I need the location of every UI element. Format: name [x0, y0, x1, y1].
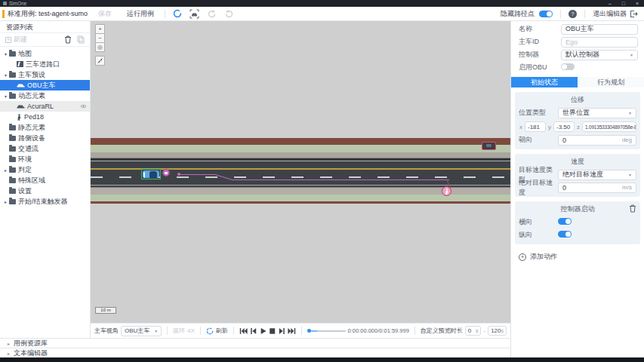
step-forward-button[interactable]	[279, 327, 286, 336]
tree-item-ped18[interactable]: Ped18	[0, 112, 90, 122]
exit-icon[interactable]	[630, 10, 638, 18]
sidebar-title: 资源列表	[0, 21, 90, 33]
divider	[165, 10, 165, 18]
longitudinal-toggle[interactable]	[558, 231, 572, 238]
ego-id-input[interactable]: Ego	[561, 37, 638, 48]
focus-button[interactable]: ◎	[95, 42, 105, 52]
obu-waypoint-marker[interactable]	[162, 169, 170, 176]
tree-item-environment[interactable]: 环境	[0, 154, 90, 164]
abs-target-speed-input[interactable]: 0m/s	[558, 183, 636, 193]
tree-item-map-road[interactable]: 三车道路口	[0, 59, 90, 69]
measure-tool-button[interactable]	[95, 56, 105, 66]
tree-item-acurarl[interactable]: AcuraRL	[0, 101, 90, 112]
folder-icon	[9, 136, 16, 141]
tree-item-settings[interactable]: 设置	[0, 186, 90, 196]
resource-sidebar: 资源列表 + 新建 ▾地图 三车道路口 ▾主车预设 OBU主车 ▾动态元素 Ac…	[0, 21, 91, 338]
playback-time: 0:00:00.000/0:01:59.999	[348, 327, 409, 334]
tree-item-maps[interactable]: ▾地图	[0, 48, 90, 59]
slider-track[interactable]	[311, 330, 345, 332]
lane-line-solid	[91, 161, 510, 161]
scene-viewport[interactable]: + − ◎ 10 m	[91, 21, 510, 323]
heading-input[interactable]: 0deg	[558, 135, 636, 146]
tree-item-traffic-flow[interactable]: 交通流	[0, 143, 90, 154]
playback-toolbar: 主车视角 OBU主车▼ 循环 4X 刷新 0:00:00.000/0:01:59…	[91, 323, 510, 338]
tree-item-ego-presets[interactable]: ▾主车预设	[0, 69, 90, 80]
x-input[interactable]: -181	[525, 121, 546, 132]
expand-arrow-icon[interactable]: ▾	[2, 72, 9, 78]
run-case-button[interactable]: 运行用例	[127, 9, 154, 19]
stop-button[interactable]	[269, 327, 276, 336]
npc-vehicle[interactable]	[482, 142, 496, 150]
trajectory-path	[180, 174, 215, 175]
pedestrian-marker[interactable]	[442, 186, 451, 196]
focus-vehicle-icon[interactable]	[190, 9, 199, 19]
duplicate-icon[interactable]	[77, 35, 85, 44]
ego-id-label: 主车ID	[519, 37, 561, 47]
tree-item-static-elements[interactable]: 静态元素	[0, 122, 90, 133]
window-close-button[interactable]: ×	[630, 0, 644, 7]
preview-from-input[interactable]: 0s	[465, 326, 482, 336]
tree-item-obu-ego[interactable]: OBU主车	[0, 80, 90, 90]
ego-vehicle[interactable]	[143, 170, 159, 178]
divider	[584, 10, 585, 18]
ego-view-select[interactable]: OBU主车▼	[121, 326, 162, 336]
heading-label: 朝向	[519, 135, 558, 145]
tree-item-roadside-devices[interactable]: 路侧设备	[0, 133, 90, 143]
folder-icon	[9, 125, 16, 130]
timeline-slider[interactable]	[307, 329, 345, 333]
folder-icon	[9, 167, 16, 173]
position-type-select[interactable]: 世界位置▼	[558, 108, 636, 118]
panel-text-editor[interactable]: ▸ 文本编辑器	[0, 348, 510, 357]
car-icon	[17, 103, 25, 109]
tab-initial-state[interactable]: 初始状态	[511, 77, 578, 87]
skip-to-end-button[interactable]	[288, 327, 296, 336]
add-action-button[interactable]: + 添加动作	[519, 252, 644, 262]
expand-arrow-icon[interactable]: ▾	[2, 51, 9, 57]
preview-to-input[interactable]: 120s	[488, 326, 507, 336]
case-accent-bar	[2, 10, 5, 18]
controller-select[interactable]: 默认控制器▼	[561, 50, 638, 60]
map-icon	[17, 61, 23, 67]
window-maximize-button[interactable]: □	[617, 0, 630, 7]
tree-item-special-zones[interactable]: 特殊区域	[0, 175, 90, 186]
skip-to-start-button[interactable]	[239, 327, 248, 336]
folder-icon	[9, 178, 16, 183]
loop-button[interactable]: 循环	[173, 327, 185, 335]
expand-arrow-icon[interactable]: ▾	[2, 94, 9, 99]
y-input[interactable]: -3.50	[553, 121, 575, 132]
z-input[interactable]: 1.0913533304897058e-8▼	[582, 121, 636, 132]
delete-action-icon[interactable]	[629, 204, 636, 213]
hide-waypoints-toggle[interactable]	[539, 11, 553, 17]
sync-spinner-icon[interactable]	[172, 9, 182, 19]
collapse-arrow-icon[interactable]: ▸	[2, 167, 9, 173]
refresh-button[interactable]: 刷新	[206, 327, 228, 335]
name-input[interactable]: OBU主车	[561, 24, 638, 35]
collapse-arrow-icon: ▸	[8, 341, 10, 346]
delete-icon[interactable]	[64, 35, 72, 44]
tree-item-dynamic-elements[interactable]: ▾动态元素	[0, 90, 90, 101]
save-button[interactable]: 保存	[98, 9, 112, 19]
target-speed-type-select[interactable]: 绝对目标速度▼	[558, 170, 636, 180]
help-button[interactable]: ?	[569, 10, 577, 18]
collapse-arrow-icon[interactable]: ▸	[2, 199, 9, 204]
redo-icon[interactable]	[224, 9, 234, 19]
lateral-toggle[interactable]	[558, 218, 572, 225]
undo-icon[interactable]	[207, 9, 217, 19]
tab-behavior-planning[interactable]: 行为规划	[578, 77, 644, 87]
enable-obu-toggle[interactable]	[561, 63, 575, 70]
ego-selection-box[interactable]	[141, 169, 161, 179]
folder-icon	[9, 146, 16, 152]
speed-unit: m/s	[620, 184, 632, 191]
new-resource-button[interactable]: + 新建	[5, 35, 27, 44]
exit-editor-label[interactable]: 退出编辑器	[593, 9, 627, 19]
play-button[interactable]	[259, 327, 267, 336]
window-minimize-button[interactable]: –	[603, 0, 617, 7]
visibility-eye-icon[interactable]	[80, 104, 87, 109]
tree-item-judgement[interactable]: ▸判定	[0, 164, 90, 175]
panel-case-library[interactable]: ▸ 用例资源库	[0, 338, 510, 348]
step-back-button[interactable]	[250, 327, 257, 336]
tree-item-triggers[interactable]: ▸开始/结束触发器	[0, 196, 90, 207]
speed-button[interactable]: 4X	[187, 327, 195, 334]
road-shoulder-brown	[91, 201, 510, 204]
controller-label: 控制器	[519, 50, 561, 60]
